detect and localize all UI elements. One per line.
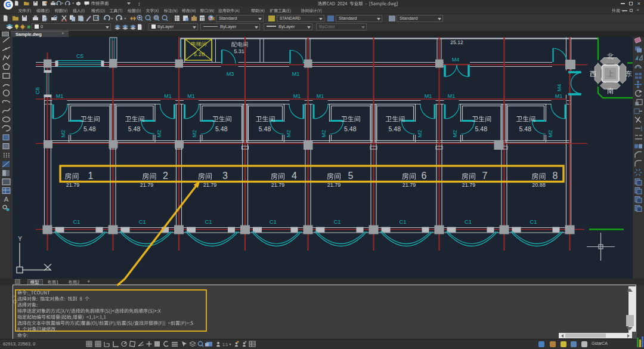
svg-text:C1: C1: [270, 218, 277, 225]
svg-text:1:1: 1:1: [222, 342, 228, 347]
svg-text:M2: M2: [547, 130, 553, 138]
svg-text:21.79: 21.79: [327, 182, 341, 188]
svg-text:5.48: 5.48: [128, 125, 141, 132]
svg-text:Y: Y: [18, 235, 22, 242]
svg-text:C1: C1: [333, 218, 340, 225]
svg-text:21.79: 21.79: [140, 182, 154, 188]
svg-text:C5: C5: [76, 52, 83, 59]
svg-text:C1: C1: [530, 218, 537, 225]
svg-text:C1: C1: [205, 218, 212, 225]
svg-text:C6: C6: [34, 87, 41, 94]
svg-text:M2: M2: [60, 130, 66, 138]
svg-text:2: 2: [163, 171, 168, 181]
svg-text:21.79: 21.79: [462, 182, 476, 188]
svg-text:M1: M1: [448, 93, 456, 99]
svg-text:6: 6: [422, 171, 427, 181]
svg-text:A: A: [4, 196, 9, 203]
svg-text:5.48: 5.48: [215, 125, 228, 132]
svg-text:5.48: 5.48: [519, 125, 532, 132]
svg-text:M2: M2: [452, 130, 458, 138]
svg-text:5.48: 5.48: [259, 125, 271, 132]
svg-text:7: 7: [482, 171, 488, 181]
svg-text:8: 8: [553, 171, 558, 181]
svg-text:21.79: 21.79: [271, 182, 285, 188]
svg-text:M2: M2: [321, 130, 327, 138]
svg-text:M1: M1: [293, 93, 301, 99]
svg-text:M1: M1: [317, 93, 324, 99]
svg-text:M1: M1: [56, 93, 64, 99]
svg-text:M1: M1: [187, 93, 195, 99]
svg-text:C1: C1: [73, 218, 80, 225]
svg-text:M1: M1: [425, 93, 432, 99]
svg-text:M1: M1: [555, 93, 563, 99]
svg-text:5: 5: [348, 171, 354, 181]
svg-text:21.79: 21.79: [203, 182, 217, 188]
svg-text:M1: M1: [292, 71, 300, 77]
svg-text:3: 3: [222, 171, 228, 181]
svg-text:5.28: 5.28: [194, 51, 205, 57]
svg-text:M4: M4: [452, 57, 460, 63]
svg-text:M2: M2: [417, 130, 423, 138]
svg-text:5.48: 5.48: [389, 125, 401, 132]
svg-text:5.48: 5.48: [83, 125, 96, 132]
svg-text:5.48: 5.48: [475, 125, 488, 132]
svg-text:M4: M4: [556, 84, 562, 92]
svg-text:C1: C1: [139, 218, 146, 225]
svg-text:5.48: 5.48: [344, 125, 357, 132]
svg-text:1: 1: [88, 171, 94, 181]
svg-text:20.88: 20.88: [532, 182, 546, 188]
svg-text:25.12: 25.12: [450, 39, 463, 45]
svg-text:21.79: 21.79: [66, 182, 80, 188]
svg-text:M3: M3: [227, 71, 234, 77]
svg-text:C1: C1: [399, 218, 406, 225]
svg-text:4: 4: [292, 171, 297, 181]
svg-text:C1: C1: [465, 218, 472, 225]
svg-text:M2: M2: [156, 130, 162, 138]
svg-text:5.31: 5.31: [234, 48, 244, 54]
svg-text:21.79: 21.79: [402, 182, 416, 188]
svg-text:M2: M2: [286, 130, 292, 138]
svg-text:M2: M2: [191, 130, 197, 138]
svg-text:M1: M1: [164, 93, 172, 99]
